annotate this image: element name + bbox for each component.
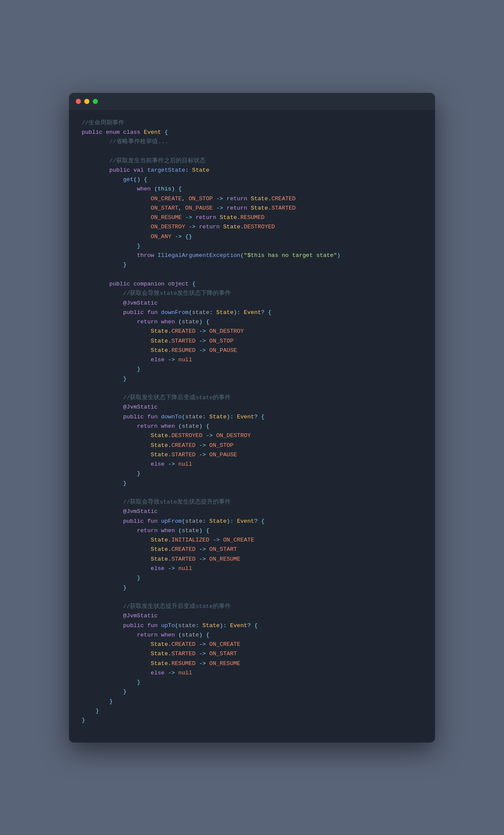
- code-line: State.CREATED -> ON_CREATE: [82, 640, 422, 649]
- code-line: public companion object {: [82, 279, 422, 289]
- code-line: }: [82, 242, 422, 251]
- code-line: [82, 147, 422, 156]
- code-line: }: [82, 583, 422, 593]
- code-line: else -> null: [82, 355, 422, 365]
- code-line: //获取会导致state发生状态提升的事件: [82, 498, 422, 507]
- code-line: else -> null: [82, 460, 422, 469]
- code-line: State.DESTROYED -> ON_DESTROY: [82, 431, 422, 441]
- code-line: public enum class Event {: [82, 128, 422, 137]
- code-line: return when (state) {: [82, 526, 422, 536]
- code-line: [82, 488, 422, 498]
- code-line: return when (state) {: [82, 317, 422, 327]
- code-line: State.RESUMED -> ON_PAUSE: [82, 346, 422, 355]
- code-line: when (this) {: [82, 184, 422, 194]
- code-line: public fun upTo(state: State): Event? {: [82, 621, 422, 631]
- code-line: State.CREATED -> ON_DESTROY: [82, 327, 422, 336]
- code-line: @JvmStatic: [82, 611, 422, 621]
- code-line: //获取发生当前事件之后的目标状态: [82, 156, 422, 166]
- code-line: //省略事件枚举值...: [82, 137, 422, 147]
- minimize-button[interactable]: [84, 99, 89, 104]
- code-line: else -> null: [82, 564, 422, 573]
- code-line: }: [82, 365, 422, 374]
- close-button[interactable]: [76, 99, 81, 104]
- code-line: }: [82, 260, 422, 270]
- code-line: public fun upFrom(state: State): Event? …: [82, 517, 422, 526]
- code-line: return when (state) {: [82, 631, 422, 640]
- code-line: }: [82, 716, 422, 725]
- code-line: public fun downTo(state: State): Event? …: [82, 412, 422, 422]
- code-line: get() {: [82, 175, 422, 184]
- code-line: }: [82, 678, 422, 687]
- code-line: [82, 593, 422, 602]
- code-line: State.STARTED -> ON_PAUSE: [82, 450, 422, 460]
- code-line: ON_ANY -> {}: [82, 232, 422, 242]
- code-line: State.STARTED -> ON_RESUME: [82, 555, 422, 564]
- code-line: State.CREATED -> ON_START: [82, 545, 422, 554]
- code-line: //获取发生状态提升后变成state的事件: [82, 602, 422, 611]
- code-line: State.CREATED -> ON_STOP: [82, 441, 422, 450]
- code-line: ON_RESUME -> return State.RESUMED: [82, 213, 422, 222]
- code-line: throw IllegalArgumentException("$this ha…: [82, 251, 422, 260]
- code-line: }: [82, 374, 422, 384]
- code-line: ON_CREATE, ON_STOP -> return State.CREAT…: [82, 194, 422, 204]
- code-line: else -> null: [82, 668, 422, 678]
- code-line: //生命周期事件: [82, 118, 422, 128]
- code-line: }: [82, 706, 422, 716]
- titlebar: [69, 93, 435, 110]
- code-line: State.RESUMED -> ON_RESUME: [82, 659, 422, 668]
- code-line: }: [82, 687, 422, 697]
- code-line: //获取会导致state发生状态下降的事件: [82, 289, 422, 298]
- code-line: @JvmStatic: [82, 299, 422, 308]
- code-line: ON_DESTROY -> return State.DESTROYED: [82, 222, 422, 232]
- code-line: @JvmStatic: [82, 507, 422, 516]
- code-line: }: [82, 697, 422, 706]
- code-line: [82, 384, 422, 393]
- code-line: }: [82, 479, 422, 488]
- code-line: [82, 270, 422, 279]
- code-line: State.STARTED -> ON_STOP: [82, 337, 422, 346]
- code-line: public fun downFrom(state: State): Event…: [82, 308, 422, 317]
- code-line: State.STARTED -> ON_START: [82, 649, 422, 659]
- code-editor: //生命周期事件 public enum class Event { //省略事…: [69, 110, 435, 743]
- code-line: State.INITIALIZED -> ON_CREATE: [82, 536, 422, 545]
- code-window: //生命周期事件 public enum class Event { //省略事…: [69, 93, 435, 743]
- code-line: }: [82, 573, 422, 583]
- code-line: return when (state) {: [82, 422, 422, 431]
- code-line: ON_START, ON_PAUSE -> return State.START…: [82, 204, 422, 213]
- code-line: public val targetState: State: [82, 166, 422, 175]
- code-line: @JvmStatic: [82, 403, 422, 412]
- code-line: //获取发生状态下降后变成state的事件: [82, 393, 422, 403]
- maximize-button[interactable]: [93, 99, 98, 104]
- code-line: }: [82, 469, 422, 478]
